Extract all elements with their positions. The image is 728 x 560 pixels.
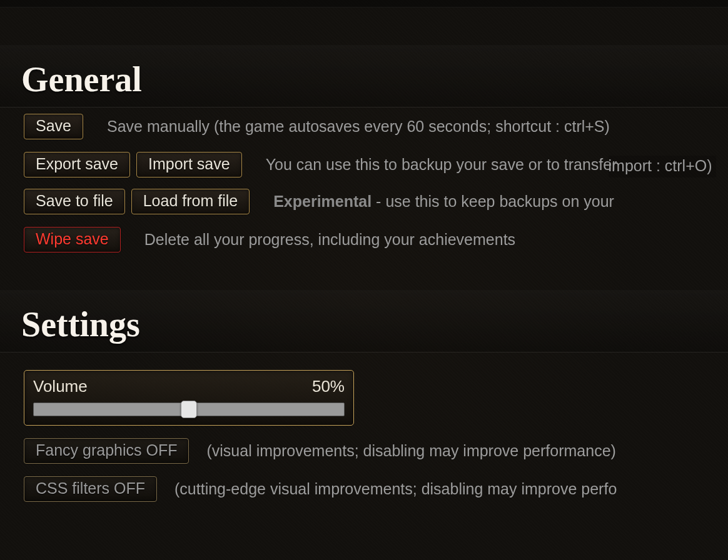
row-css-filters: CSS filters OFF (cutting-edge visual imp…	[0, 470, 728, 521]
css-filters-button[interactable]: CSS filters OFF	[24, 476, 157, 502]
section-title-general: General	[0, 45, 728, 108]
file-description-rest: - use this to keep backups on your	[372, 192, 614, 210]
volume-slider-track[interactable]	[33, 402, 345, 416]
save-button[interactable]: Save	[24, 114, 83, 139]
export-save-button[interactable]: Export save	[24, 152, 130, 178]
volume-value: 50%	[312, 377, 345, 396]
wipe-save-button[interactable]: Wipe save	[24, 227, 121, 252]
section-title-settings: Settings	[0, 290, 728, 352]
file-description-experimental: Experimental	[273, 192, 372, 210]
fancy-graphics-description: (visual improvements; disabling may impr…	[206, 441, 615, 462]
row-fancy-graphics: Fancy graphics OFF (visual improvements;…	[0, 432, 728, 470]
load-from-file-button[interactable]: Load from file	[131, 189, 250, 214]
row-export-import: Export save Import save You can use this…	[0, 146, 728, 178]
file-description: Experimental - use this to keep backups …	[273, 191, 614, 212]
volume-slider-thumb[interactable]	[181, 401, 197, 418]
save-description: Save manually (the game autosaves every …	[107, 116, 610, 138]
top-divider	[0, 0, 728, 8]
volume-label: Volume	[33, 377, 88, 396]
row-wipe: Wipe save Delete all your progress, incl…	[0, 221, 728, 259]
row-save: Save Save manually (the game autosaves e…	[0, 108, 728, 146]
export-import-description-line2: import : ctrl+O)	[609, 156, 716, 178]
row-file: Save to file Load from file Experimental…	[0, 178, 728, 221]
wipe-description: Delete all your progress, including your…	[144, 229, 515, 251]
row-volume: Volume 50%	[0, 364, 728, 432]
volume-slider-box[interactable]: Volume 50%	[24, 370, 354, 426]
save-to-file-button[interactable]: Save to file	[24, 189, 125, 214]
css-filters-description: (cutting-edge visual improvements; disab…	[174, 479, 617, 500]
import-save-button[interactable]: Import save	[136, 152, 242, 178]
fancy-graphics-button[interactable]: Fancy graphics OFF	[24, 438, 189, 464]
export-import-description-line1: You can use this to backup your save or …	[266, 154, 617, 176]
